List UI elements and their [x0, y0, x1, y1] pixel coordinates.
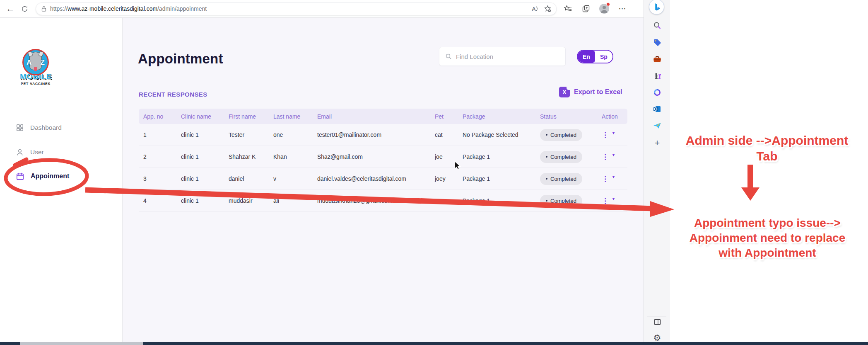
- cell-pet: joe: [435, 153, 463, 160]
- refresh-icon: [21, 5, 28, 12]
- sidebar-item-dashboard[interactable]: Dashboard: [0, 119, 122, 136]
- url-path: /admin/appoinment: [157, 5, 207, 12]
- cell-pet: cat: [435, 131, 463, 138]
- section-heading: RECENT RESPONSES: [139, 91, 207, 98]
- col-last-name: Last name: [273, 113, 317, 120]
- games-sidebar-button[interactable]: [651, 70, 663, 82]
- lang-sp-button[interactable]: Sp: [595, 51, 612, 63]
- sidebar-item-label: User: [30, 148, 44, 156]
- kebab-menu-icon[interactable]: ⋮: [602, 131, 609, 139]
- add-favorite-button[interactable]: [541, 3, 554, 14]
- table-row: 2 clinic 1 Shahzar K Khan Shaz@gmail.com…: [139, 146, 627, 168]
- cell-clinic-name: clinic 1: [181, 175, 229, 182]
- address-bar[interactable]: https://www.az-mobile.celeritasdigital.c…: [36, 2, 557, 15]
- dropdown-caret-icon[interactable]: ▼: [612, 153, 615, 157]
- main-panel: Appointment En Sp RECENT RESPONSES X Exp…: [123, 18, 644, 343]
- collections-icon: [582, 5, 590, 13]
- row-action-menu[interactable]: ⋮▼: [602, 131, 627, 139]
- url-host: www.az-mobile.celeritasdigital.com: [68, 5, 157, 12]
- profile-button[interactable]: [599, 3, 610, 14]
- row-action-menu[interactable]: ⋮▼: [602, 153, 627, 161]
- browser-back-button[interactable]: ←: [3, 2, 17, 16]
- cell-app-no: 2: [143, 153, 181, 160]
- scrollbar-thumb[interactable]: [20, 342, 143, 345]
- edge-sidebar: + ⚙: [644, 0, 670, 343]
- col-email: Email: [317, 113, 435, 120]
- cell-pet: joey: [435, 175, 463, 182]
- kebab-menu-icon[interactable]: ⋮: [602, 175, 609, 183]
- kebab-menu-icon[interactable]: ⋮: [602, 197, 609, 205]
- cell-first-name: muddasir: [229, 197, 273, 204]
- shopping-tag-icon: [653, 38, 662, 47]
- logo-letter-z: Z: [41, 58, 45, 67]
- lang-en-button[interactable]: En: [578, 51, 595, 63]
- kebab-menu-icon[interactable]: ⋮: [602, 153, 609, 161]
- find-location-search[interactable]: [439, 47, 566, 66]
- games-icon: [653, 71, 662, 80]
- status-dot-icon: [546, 200, 547, 202]
- horizontal-scrollbar[interactable]: [0, 342, 868, 345]
- m365-sidebar-button[interactable]: [651, 87, 663, 98]
- read-aloud-button[interactable]: A: [529, 3, 541, 14]
- notification-dot: [606, 2, 610, 6]
- cell-email: tester01@mailinator.com: [317, 131, 435, 138]
- row-action-menu[interactable]: ⋮▼: [602, 175, 627, 183]
- send-plane-icon: [653, 121, 662, 130]
- cell-app-no: 3: [143, 175, 181, 182]
- sidebar-item-user[interactable]: User: [0, 144, 122, 160]
- status-badge: Completed: [540, 151, 582, 163]
- dropdown-caret-icon[interactable]: ▼: [612, 131, 615, 135]
- url-text: https://www.az-mobile.celeritasdigital.c…: [50, 5, 529, 12]
- add-sidebar-button[interactable]: +: [651, 137, 663, 149]
- appointments-table: App. no Clinic name First name Last name…: [139, 109, 627, 212]
- favorites-button[interactable]: [562, 3, 573, 14]
- table-row: 4 clinic 1 muddasir ali muddasirkhan23@g…: [139, 190, 627, 212]
- outlook-icon: [653, 104, 662, 114]
- tools-sidebar-button[interactable]: [651, 53, 663, 65]
- row-action-menu[interactable]: ⋮▼: [602, 197, 627, 205]
- toolbar-right-icons: ⋯: [562, 3, 628, 14]
- cell-package: No Package Selected: [463, 131, 540, 138]
- cell-clinic-name: clinic 1: [181, 153, 229, 160]
- star-gear-icon: [544, 5, 552, 13]
- dropdown-caret-icon[interactable]: ▼: [612, 197, 615, 201]
- sidebar-layout-icon: [653, 318, 661, 326]
- col-first-name: First name: [229, 113, 273, 120]
- annotation-bottom-text: Appointment typo issue--> Appoinment nee…: [670, 216, 865, 260]
- col-clinic-name: Clinic name: [181, 113, 229, 120]
- col-pet: Pet: [435, 113, 463, 120]
- table-body: 1 clinic 1 Tester one tester01@mailinato…: [139, 124, 627, 212]
- status-dot-icon: [546, 178, 547, 180]
- cell-package: Package 1: [463, 175, 540, 182]
- cell-pet: qw: [435, 197, 463, 204]
- shopping-sidebar-button[interactable]: [651, 37, 663, 49]
- cell-last-name: ali: [273, 197, 317, 204]
- search-input[interactable]: [456, 53, 561, 60]
- search-sidebar-button[interactable]: [651, 20, 663, 32]
- excel-file-icon: X: [559, 87, 570, 97]
- sidebar-item-label: Appoinment: [31, 172, 69, 180]
- browser-menu-button[interactable]: ⋯: [617, 3, 628, 14]
- search-icon: [445, 53, 452, 60]
- send-sidebar-button[interactable]: [651, 120, 663, 131]
- table-row: 1 clinic 1 Tester one tester01@mailinato…: [139, 124, 627, 146]
- microsoft-365-icon: [653, 88, 662, 97]
- toolbox-icon: [653, 55, 662, 64]
- collections-button[interactable]: [581, 3, 591, 14]
- read-aloud-icon: A: [532, 5, 536, 12]
- dropdown-caret-icon[interactable]: ▼: [612, 175, 615, 179]
- export-to-excel-button[interactable]: X Export to Excel: [559, 87, 622, 97]
- col-status: Status: [540, 113, 602, 120]
- cell-clinic-name: clinic 1: [181, 131, 229, 138]
- browser-refresh-button[interactable]: [17, 2, 31, 16]
- cell-first-name: Tester: [229, 131, 273, 138]
- bing-chat-icon: [652, 2, 661, 12]
- sidebar-item-appoinment[interactable]: Appoinment: [0, 168, 122, 185]
- read-aloud-waves-icon: [536, 6, 538, 11]
- table-row: 3 clinic 1 daniel v daniel.valdes@celeri…: [139, 168, 627, 190]
- cell-email: daniel.valdes@celeritasdigital.com: [317, 175, 435, 182]
- sidebar-layout-button[interactable]: [651, 316, 663, 328]
- bing-chat-button[interactable]: [649, 0, 664, 15]
- outlook-sidebar-button[interactable]: [651, 103, 663, 115]
- cell-email: muddasirkhan23@gmail.com: [317, 197, 435, 204]
